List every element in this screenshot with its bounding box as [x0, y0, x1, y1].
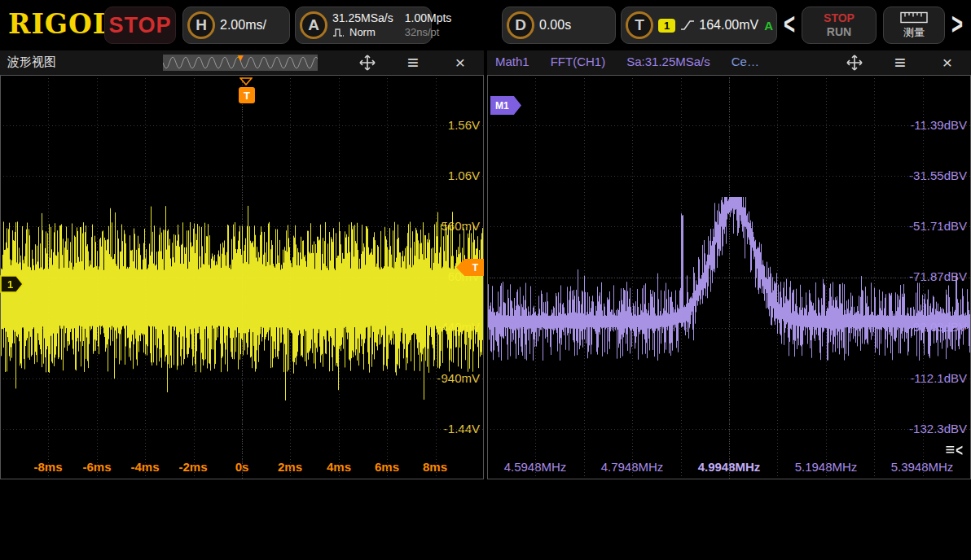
waveform-panel-close-icon[interactable]: × [448, 53, 472, 72]
sample-rate: 31.25MSa/s [332, 11, 393, 25]
ruler-icon [900, 11, 928, 24]
stop-label: STOP [824, 11, 855, 25]
timebase-value: 2.00ms/ [220, 18, 266, 33]
fft-panel-close-icon[interactable]: × [935, 53, 960, 72]
trigger-position-flag[interactable]: T [239, 87, 255, 103]
toolbar-scroll-left-chevron[interactable]: < [784, 7, 795, 42]
fft-panel-header: Math1 FFT(CH1) Sa:31.25MSa/s Ce… ≡ × [487, 50, 971, 75]
fft-graticule[interactable]: -11.39dBV -31.55dBV -51.71dBV -71.87dBV … [487, 75, 971, 479]
fft-panel-menu-icon[interactable]: ≡ [888, 53, 912, 72]
pan-hand-icon[interactable] [355, 53, 380, 72]
waveform-graticule[interactable]: 1.56V 1.06V 560mV 60mV -440mV -940mV -1.… [0, 75, 484, 479]
fft-math-panel: Math1 FFT(CH1) Sa:31.25MSa/s Ce… ≡ × -11… [487, 50, 971, 479]
waveform-overview-strip[interactable]: ▼ [163, 55, 318, 71]
rigol-logo: RIGOL [8, 8, 112, 40]
acquisition-status-button[interactable]: STOP [104, 7, 176, 44]
toolbar-scroll-right-chevron[interactable]: > [951, 7, 963, 42]
trigger-level: 164.00mV [699, 18, 758, 33]
delay-icon: D [507, 11, 534, 39]
math1-fft-trace[interactable] [487, 75, 971, 479]
measure-button[interactable]: 测量 [883, 7, 945, 44]
acquisition-status-label: STOP [108, 13, 171, 38]
time-per-point: 32ns/pt [405, 25, 452, 39]
trigger-status: A [764, 19, 773, 33]
fft-title-func[interactable]: FFT(CH1) [551, 55, 606, 68]
trigger-position-triangle-icon[interactable] [239, 77, 253, 85]
delay-button[interactable]: D 0.00s [502, 7, 616, 44]
waveform-panel-header: 波形视图 ▼ ≡ × [0, 50, 484, 75]
trigger-icon: T [626, 11, 653, 39]
channel-1-position-marker[interactable]: 1 [0, 275, 24, 293]
waveform-panel-menu-icon[interactable]: ≡ [401, 53, 425, 72]
horizontal-timebase-button[interactable]: H 2.00ms/ [182, 7, 290, 44]
trigger-source-badge: 1 [658, 19, 675, 33]
waveform-panel-title: 波形视图 [7, 55, 56, 70]
acquisition-settings-button[interactable]: A 31.25MSa/s Norm 1.00Mpts 32ns/pt [295, 7, 432, 44]
fft-collapse-menu-icon[interactable]: ≡< [946, 440, 963, 459]
trigger-settings-button[interactable]: T 1 164.00mV A [621, 7, 777, 44]
top-status-bar: RIGOL STOP H 2.00ms/ A 31.25MSa/s Norm 1… [0, 0, 971, 50]
horizontal-icon: H [187, 11, 215, 39]
bottom-channel-bar: 1 500.00mV/ -60.00mV 2 200.00mV/ -72.00m… [0, 483, 971, 560]
overview-trigger-marker-icon: ▼ [235, 55, 245, 63]
acq-mode-icon [332, 28, 345, 37]
fft-title-center: Ce… [732, 55, 759, 68]
fft-title-sample-rate: Sa:31.25MSa/s [626, 55, 710, 68]
trigger-slope-icon [680, 19, 695, 32]
fft-pan-hand-icon[interactable] [842, 53, 867, 72]
stop-run-button[interactable]: STOP RUN [802, 7, 877, 44]
svg-text:1: 1 [7, 278, 13, 291]
memory-depth: 1.00Mpts [405, 11, 452, 25]
acq-mode: Norm [349, 25, 376, 39]
run-label: RUN [827, 25, 851, 39]
delay-value: 0.00s [539, 18, 571, 33]
ch1-waveform-trace[interactable] [0, 75, 484, 479]
acquire-icon: A [300, 11, 327, 39]
measure-label: 测量 [903, 25, 925, 40]
fft-title-math[interactable]: Math1 [495, 55, 529, 68]
waveform-view-panel: 波形视图 ▼ ≡ × 1.56V 1.06V 560mV 60mV -440mV… [0, 50, 484, 479]
